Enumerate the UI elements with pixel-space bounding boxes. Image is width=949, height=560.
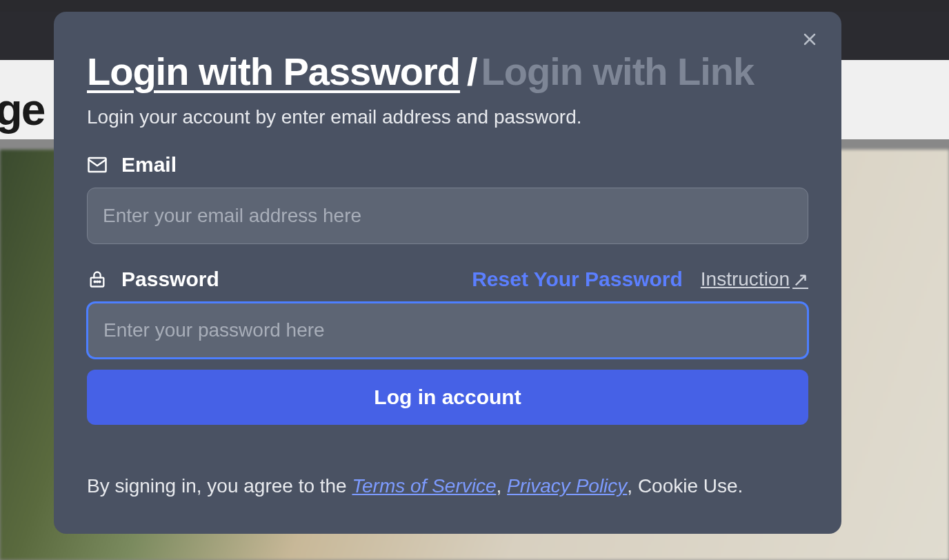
login-subtitle: Login your account by enter email addres…: [87, 106, 808, 128]
browser-top-bar: [0, 0, 949, 12]
instruction-link-text: Instruction: [701, 268, 790, 290]
tab-login-link[interactable]: Login with Link: [481, 49, 755, 94]
privacy-policy-link[interactable]: Privacy Policy: [507, 475, 627, 497]
password-input[interactable]: [87, 302, 808, 359]
reset-password-link[interactable]: Reset Your Password: [472, 268, 683, 291]
svg-point-6: [99, 281, 101, 283]
email-label: Email: [121, 153, 177, 177]
terms-of-service-link[interactable]: Terms of Service: [352, 475, 496, 497]
agreement-comma1: ,: [497, 475, 508, 497]
instruction-link[interactable]: Instruction ↗: [701, 268, 808, 291]
agreement-text: By signing in, you agree to the Terms of…: [87, 472, 808, 501]
password-label: Password: [121, 268, 219, 291]
login-mode-tabs: Login with Password / Login with Link: [87, 49, 808, 94]
email-input[interactable]: [87, 188, 808, 244]
agreement-prefix: By signing in, you agree to the: [87, 475, 352, 497]
agreement-suffix: , Cookie Use.: [627, 475, 743, 497]
background-heading-fragment: age: [0, 84, 44, 135]
email-label-row: Email: [87, 153, 808, 177]
lock-icon: [87, 269, 108, 290]
email-icon: [87, 154, 108, 175]
tab-login-password[interactable]: Login with Password: [87, 49, 460, 94]
svg-point-4: [94, 281, 96, 283]
external-arrow-icon: ↗: [792, 268, 808, 291]
tab-separator: /: [467, 49, 477, 94]
svg-point-5: [97, 281, 98, 283]
login-modal: Login with Password / Login with Link Lo…: [54, 12, 841, 534]
password-label-row: Password Reset Your Password Instruction…: [87, 268, 808, 291]
close-button[interactable]: [799, 28, 821, 50]
close-icon: [803, 32, 817, 46]
login-submit-button[interactable]: Log in account: [87, 370, 808, 425]
